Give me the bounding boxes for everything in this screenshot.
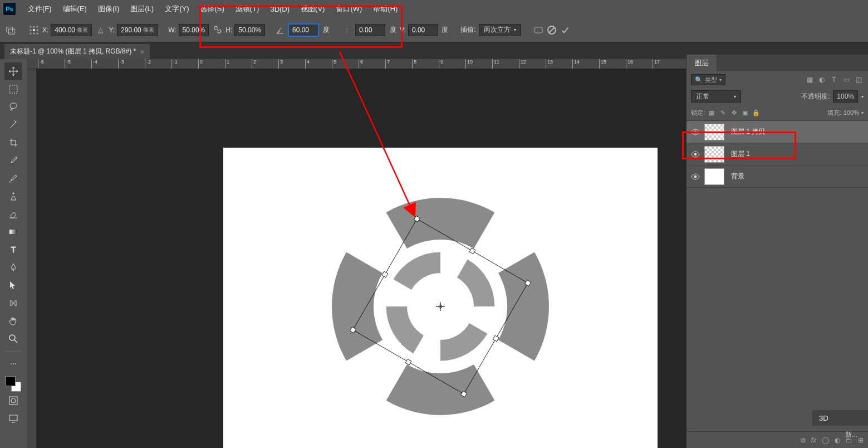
interp-select[interactable]: 两次立方▾ [479, 24, 521, 36]
shear-v-field[interactable]: 0.00 [408, 24, 438, 36]
magic-wand-tool[interactable] [4, 116, 22, 134]
svg-rect-21 [9, 415, 17, 421]
y-field[interactable]: 290.00 像素 [117, 24, 158, 36]
link-layers-icon[interactable]: ⧉ [801, 436, 806, 444]
h-field[interactable]: 50.00% [234, 24, 265, 36]
transform-tool-icon[interactable] [6, 25, 16, 35]
zoom-tool[interactable] [4, 330, 22, 348]
work-area[interactable] [37, 69, 686, 448]
filter-shape-icon[interactable]: ▭ [841, 75, 851, 85]
mask-icon[interactable]: ◯ [822, 436, 829, 444]
layer-name[interactable]: 图层 1 拷贝 [731, 127, 765, 137]
opacity-field[interactable]: 100% [833, 90, 858, 103]
layers-tab[interactable]: 图层 [686, 55, 717, 71]
move-tool[interactable] [4, 62, 22, 80]
layer-filter-select[interactable]: 🔍 类型 ▾ [691, 74, 725, 85]
menu-edit[interactable]: 编辑(E) [57, 4, 92, 14]
menu-type[interactable]: 文字(Y) [159, 4, 194, 14]
svg-point-7 [37, 29, 38, 31]
filter-smart-icon[interactable]: ◫ [854, 75, 864, 85]
lock-paint-icon[interactable]: ✎ [718, 108, 727, 117]
delta-icon[interactable]: △ [95, 25, 105, 35]
blend-mode-select[interactable]: 正常▾ [691, 90, 741, 103]
marquee-tool[interactable] [4, 80, 22, 98]
v-label: V: [400, 26, 406, 34]
x-field[interactable]: 400.00 像素 [51, 24, 92, 36]
menu-3d[interactable]: 3D(D) [264, 5, 295, 13]
document-tab[interactable]: 未标题-1 @ 100% (图层 1 拷贝, RGB/8#) * × [4, 44, 150, 59]
fill-caret-icon[interactable]: ▾ [861, 110, 864, 115]
svg-point-6 [33, 29, 35, 31]
menu-bar: Ps 文件(F) 编辑(E) 图像(I) 图层(L) 文字(Y) 选择(S) 滤… [0, 0, 868, 18]
menu-file[interactable]: 文件(F) [22, 4, 57, 14]
ruler-vertical[interactable] [27, 69, 37, 448]
layer-thumbnail[interactable] [704, 124, 724, 140]
lock-artboard-icon[interactable]: ▣ [741, 108, 749, 117]
color-swatch[interactable] [6, 376, 21, 392]
layer-row[interactable]: 背景 [686, 165, 868, 188]
type-tool[interactable]: T [4, 241, 22, 259]
shape-tool[interactable] [4, 294, 22, 312]
w-field[interactable]: 50.00% [179, 24, 209, 36]
brush-tool[interactable] [4, 169, 22, 187]
commit-icon[interactable] [560, 25, 570, 35]
lasso-tool[interactable] [4, 98, 22, 116]
warp-icon[interactable] [533, 25, 543, 35]
ruler-tick: 2 [252, 59, 256, 69]
path-select-tool[interactable] [4, 276, 22, 294]
visibility-icon[interactable] [686, 128, 704, 137]
fx-icon[interactable]: fx [811, 436, 816, 444]
visibility-icon[interactable] [686, 172, 704, 181]
layer-name[interactable]: 图层 1 [731, 149, 750, 159]
menu-view[interactable]: 视图(V) [295, 4, 330, 14]
eraser-tool[interactable] [4, 205, 22, 223]
screenmode-icon[interactable] [4, 410, 22, 427]
gradient-tool[interactable] [4, 223, 22, 241]
layer-thumbnail[interactable] [704, 168, 724, 185]
lock-trans-icon[interactable]: ▦ [707, 108, 716, 117]
lock-all-icon[interactable]: 🔒 [752, 108, 761, 117]
eyedropper-tool[interactable] [4, 152, 22, 169]
x-label: X: [42, 26, 48, 34]
edit-toolbar-icon[interactable]: ⋯ [4, 355, 22, 373]
angle-field[interactable]: 60.00 [288, 24, 318, 36]
layer-row[interactable]: 图层 1 拷贝 [686, 121, 868, 143]
clone-tool[interactable] [4, 187, 22, 205]
menu-filter[interactable]: 滤镜(T) [230, 4, 265, 14]
ruler-tick: 0 [198, 59, 203, 69]
visibility-icon[interactable] [686, 150, 704, 159]
layer-thumbnail[interactable] [704, 146, 724, 163]
ruler-horizontal[interactable]: -6-5-4-3-2-101234567891011121314151617 [27, 59, 686, 69]
reference-point-icon[interactable] [29, 25, 39, 35]
shear-h-field[interactable]: 0.00 [355, 24, 385, 36]
link-icon[interactable] [212, 25, 222, 35]
lock-pos-icon[interactable]: ✥ [729, 108, 738, 117]
svg-rect-13 [9, 85, 17, 93]
layer-name[interactable]: 背景 [731, 172, 744, 181]
svg-text:T: T [11, 245, 16, 254]
cancel-icon[interactable] [547, 25, 557, 35]
filter-adjust-icon[interactable]: ◐ [817, 75, 827, 85]
fill-field[interactable]: 100% [844, 109, 859, 116]
close-tab-icon[interactable]: × [140, 48, 144, 55]
opacity-caret-icon[interactable]: ▾ [861, 94, 864, 99]
menu-select[interactable]: 选择(S) [194, 4, 229, 14]
menu-image[interactable]: 图像(I) [92, 4, 125, 14]
hand-tool[interactable] [4, 312, 22, 330]
pen-tool[interactable] [4, 259, 22, 276]
filter-type-icon[interactable]: T [829, 75, 839, 85]
svg-rect-25 [469, 248, 475, 254]
ruler-tick: 3 [278, 59, 283, 69]
quickmask-icon[interactable] [4, 392, 22, 410]
layer-row[interactable]: 图层 1 [686, 143, 868, 165]
filter-pixel-icon[interactable]: ▦ [805, 75, 815, 85]
menu-layer[interactable]: 图层(L) [125, 4, 159, 14]
menu-help[interactable]: 帮助(H) [367, 4, 403, 14]
panel-3d-tab[interactable]: 3D [812, 410, 868, 426]
ruler-tick: -3 [118, 59, 124, 69]
ruler-tick: 5 [332, 59, 336, 69]
crop-tool[interactable] [4, 134, 22, 152]
menu-window[interactable]: 窗口(W) [330, 4, 367, 14]
canvas[interactable] [223, 148, 658, 448]
ruler-tick: -5 [65, 59, 71, 69]
